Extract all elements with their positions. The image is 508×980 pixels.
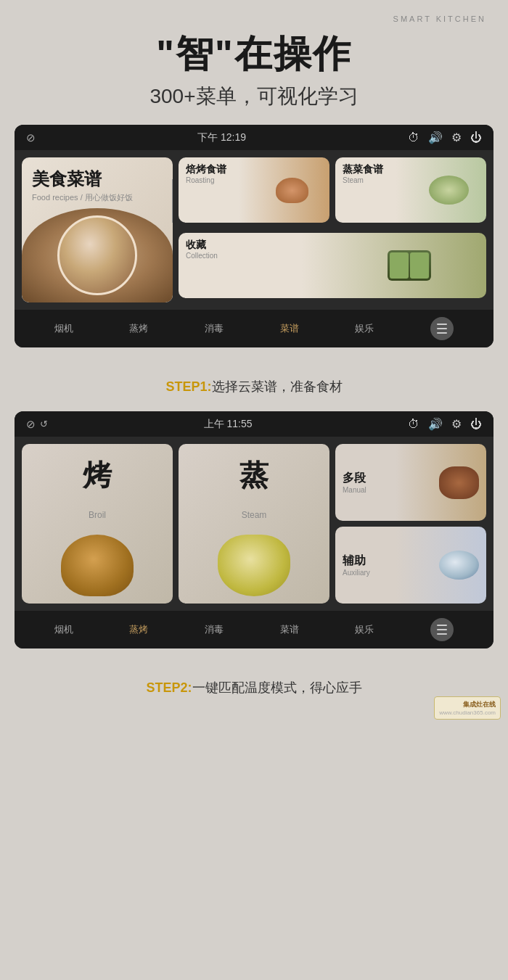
sub-title: 300+菜单，可视化学习 xyxy=(149,83,358,110)
manual-card-text: 多段 Manual xyxy=(343,471,366,494)
bottom-section: ⊘ ↺ 上午 11:55 ⏱ 🔊 ⚙ ⏻ 烤 Broil 蒸 Steam xyxy=(0,411,508,727)
step1-desc: 选择云菜谱，准备食材 xyxy=(212,379,343,394)
aux-title-cn: 辅助 xyxy=(343,553,370,569)
roast-card-info: 焙烤食谱 Roasting xyxy=(179,157,329,190)
steam-card-2[interactable]: 蒸 Steam xyxy=(179,444,329,604)
menu-line-5 xyxy=(437,629,447,630)
brand-label: SMART KITCHEN xyxy=(393,15,508,23)
power-icon: ⏻ xyxy=(470,131,482,144)
nav2-item-3[interactable]: 消毒 xyxy=(205,623,224,636)
nav-item-5[interactable]: 娱乐 xyxy=(355,322,374,335)
bento-section-1 xyxy=(390,252,409,279)
roast-recipe-card[interactable]: 焙烤食谱 Roasting xyxy=(179,157,329,223)
nav-item-1[interactable]: 烟机 xyxy=(54,322,73,335)
main-recipe-title-cn: 美食菜谱 xyxy=(32,168,163,191)
statusbar-right-1: ⏱ 🔊 ⚙ ⏻ xyxy=(408,131,482,144)
settings-icon-2: ⚙ xyxy=(451,417,462,431)
nav-bar-1: 烟机 蒸烤 消毒 菜谱 娱乐 xyxy=(15,310,493,347)
nav2-item-4[interactable]: 菜谱 xyxy=(280,623,299,636)
screen1-content: 美食菜谱 Food recipes / 用心做饭好饭 焙烤食谱 Roasting xyxy=(15,150,493,310)
collection-card[interactable]: 收藏 Collection xyxy=(179,233,486,298)
steam-title-cn: 蒸菜食谱 xyxy=(343,163,479,176)
watermark-line1: 集成灶在线 xyxy=(439,700,496,709)
watermark: 集成灶在线 www.chudian365.com xyxy=(434,696,501,720)
nav-item-4[interactable]: 菜谱 xyxy=(280,322,299,335)
nav-item-2[interactable]: 蒸烤 xyxy=(129,322,148,335)
screen2-content: 烤 Broil 蒸 Steam 多段 Manual xyxy=(15,437,493,611)
broil-title-en: Broil xyxy=(89,510,106,520)
timer-icon-2: ⏱ xyxy=(408,418,419,431)
steam-title-en: Steam xyxy=(343,176,479,184)
food-dish-plate xyxy=(57,215,137,295)
manual-title-en: Manual xyxy=(343,486,366,494)
nav-bar-2: 烟机 蒸烤 消毒 菜谱 娱乐 xyxy=(15,611,493,648)
nav2-item-2[interactable]: 蒸烤 xyxy=(129,623,148,636)
statusbar-time-2: 上午 11:55 xyxy=(204,418,253,431)
statusbar-left-1: ⊘ xyxy=(26,131,36,144)
manual-card[interactable]: 多段 Manual xyxy=(335,444,486,521)
statusbar-2: ⊘ ↺ 上午 11:55 ⏱ 🔊 ⚙ ⏻ xyxy=(15,411,493,437)
steak-image xyxy=(439,466,479,499)
volume-icon-2: 🔊 xyxy=(428,417,443,431)
main-recipe-card[interactable]: 美食菜谱 Food recipes / 用心做饭好饭 xyxy=(22,157,173,302)
steam-recipe-card[interactable]: 蒸菜食谱 Steam xyxy=(335,157,486,223)
bento-section-2 xyxy=(410,252,429,279)
menu-line-6 xyxy=(437,633,447,635)
manual-title-cn: 多段 xyxy=(343,471,366,486)
bento-icon xyxy=(388,250,431,281)
wifi-off-icon-2: ⊘ xyxy=(26,418,36,431)
volume-icon: 🔊 xyxy=(428,131,443,144)
main-title: "智"在操作 xyxy=(156,29,351,80)
aux-card[interactable]: 辅助 Auxiliary xyxy=(335,527,486,604)
steam2-title-en: Steam xyxy=(242,510,267,520)
settings-icon: ⚙ xyxy=(451,131,462,144)
step2-text: STEP2:一键匹配温度模式，得心应手 xyxy=(146,679,361,696)
step1-text: STEP1:选择云菜谱，准备食材 xyxy=(165,378,342,395)
crab-image xyxy=(218,535,290,596)
power-icon-2: ⏻ xyxy=(470,418,482,431)
nav2-item-5[interactable]: 娱乐 xyxy=(355,623,374,636)
refresh-icon: ↺ xyxy=(40,419,48,429)
fish-image xyxy=(439,551,479,580)
aux-title-en: Auxiliary xyxy=(343,569,370,577)
roast-title-en: Roasting xyxy=(186,176,322,184)
main-recipe-title-en: Food recipes / 用心做饭好饭 xyxy=(32,192,163,203)
timer-icon: ⏱ xyxy=(408,131,419,144)
step2-desc: 一键匹配温度模式，得心应手 xyxy=(192,680,362,695)
nav-menu-btn-2[interactable] xyxy=(430,618,454,641)
device-screen-2: ⊘ ↺ 上午 11:55 ⏱ 🔊 ⚙ ⏻ 烤 Broil 蒸 Steam xyxy=(15,411,493,648)
collection-food-image xyxy=(332,233,486,298)
step2-highlight: STEP2: xyxy=(146,680,192,695)
nav-menu-btn-1[interactable] xyxy=(430,317,454,340)
aux-card-text: 辅助 Auxiliary xyxy=(343,553,370,577)
menu-line-3 xyxy=(437,332,447,334)
statusbar-1: ⊘ 下午 12:19 ⏱ 🔊 ⚙ ⏻ xyxy=(15,125,493,150)
chicken-image xyxy=(61,535,134,596)
menu-line-2 xyxy=(437,328,447,329)
steam2-title-cn: 蒸 xyxy=(239,456,269,495)
statusbar-right-2: ⏱ 🔊 ⚙ ⏻ xyxy=(408,417,482,431)
watermark-line2: www.chudian365.com xyxy=(439,709,496,716)
top-section: SMART KITCHEN "智"在操作 300+菜单，可视化学习 ⊘ 下午 1… xyxy=(0,0,508,411)
roast-title-cn: 焙烤食谱 xyxy=(186,163,322,176)
broil-card[interactable]: 烤 Broil xyxy=(22,444,173,604)
statusbar-time-1: 下午 12:19 xyxy=(197,131,246,144)
menu-line-4 xyxy=(437,625,447,626)
menu-line-1 xyxy=(437,324,447,325)
step1-highlight: STEP1: xyxy=(165,379,211,394)
separator xyxy=(172,179,173,223)
nav-item-3[interactable]: 消毒 xyxy=(205,322,224,335)
steam-card-info: 蒸菜食谱 Steam xyxy=(335,157,486,190)
wifi-off-icon: ⊘ xyxy=(26,131,36,144)
main-food-image xyxy=(22,208,173,302)
device-screen-1: ⊘ 下午 12:19 ⏱ 🔊 ⚙ ⏻ 美食菜谱 Food recipes / 用… xyxy=(15,125,493,347)
nav2-item-1[interactable]: 烟机 xyxy=(54,623,73,636)
statusbar-left-2: ⊘ ↺ xyxy=(26,418,48,431)
broil-title-cn: 烤 xyxy=(83,456,112,495)
